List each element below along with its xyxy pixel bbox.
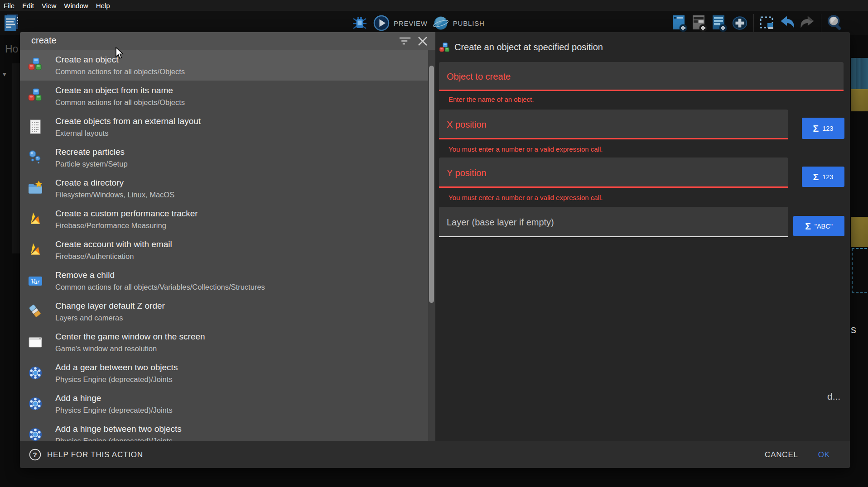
window-icon (27, 334, 43, 350)
filter-icon[interactable] (399, 35, 411, 47)
variable-icon: Var (27, 272, 43, 289)
action-list-item[interactable]: Var Remove a child Common actions for al… (20, 265, 435, 296)
action-title: Add a hinge (55, 393, 173, 403)
layer-field-label: Layer (base layer if empty) (447, 217, 554, 227)
tab-home[interactable]: Ho (5, 43, 18, 55)
action-list-item[interactable]: Create a directory Filesystem/Windows, L… (20, 173, 435, 204)
action-title: Recreate particles (55, 147, 128, 157)
redo-icon[interactable] (799, 14, 816, 32)
action-list-item[interactable]: Recreate particles Particle system/Setup (20, 142, 435, 173)
undo-icon[interactable] (779, 14, 796, 32)
preview-label: PREVIEW (394, 19, 428, 27)
firebase-icon (27, 242, 43, 258)
debug-icon[interactable] (351, 14, 368, 32)
x-expression-button[interactable]: Σ 123 (802, 118, 844, 139)
menu-help[interactable]: Help (96, 2, 110, 10)
x-field-label: X position (447, 119, 487, 130)
action-list-item[interactable]: Create a custom performance tracker Fire… (20, 204, 435, 234)
action-list-item[interactable]: Add a hinge between two objects Physics … (20, 419, 435, 441)
action-results-list: Create an object Common actions for all … (20, 50, 435, 441)
search-bar: create (20, 32, 435, 50)
zoom-search-icon[interactable] (826, 14, 844, 32)
menu-bar: FileEditViewWindowHelp (0, 0, 868, 11)
background-text-fragment: s (851, 323, 856, 336)
ok-button[interactable]: OK (818, 450, 830, 459)
layer-field[interactable]: Layer (base layer if empty) (439, 207, 788, 237)
cancel-button[interactable]: CANCEL (765, 450, 798, 459)
list-scrollbar[interactable] (428, 50, 435, 441)
action-list-item[interactable]: Create an object Common actions for all … (20, 50, 435, 81)
svg-text:Var: Var (31, 278, 40, 285)
menu-view[interactable]: View (42, 2, 56, 10)
layers-icon (27, 303, 43, 320)
action-group: Particle system/Setup (55, 159, 128, 168)
action-title: Create objects from an external layout (55, 116, 201, 126)
document-icon (27, 119, 43, 135)
action-group: External layouts (55, 129, 201, 138)
preview-button[interactable]: PREVIEW (373, 14, 428, 32)
app-menu-icon[interactable] (3, 14, 20, 32)
dropdown-caret-icon[interactable]: ▾ (3, 70, 6, 78)
action-list-item[interactable]: Add a gear between two objects Physics E… (20, 358, 435, 388)
action-group: Physics Engine (deprecated)/Joints (55, 375, 178, 384)
add-scene-icon[interactable] (671, 14, 689, 32)
scrollbar-thumb[interactable] (429, 66, 434, 303)
action-list-item[interactable]: Create account with with email Firebase/… (20, 234, 435, 265)
action-list-item[interactable]: Create an object from its name Common ac… (20, 81, 435, 111)
action-title: Create account with with email (55, 239, 172, 249)
toolbar: PREVIEW PUBLISH (0, 11, 868, 35)
menu-edit[interactable]: Edit (22, 2, 34, 10)
action-list-item[interactable]: Center the game window on the screen Gam… (20, 327, 435, 358)
add-extension-icon[interactable] (731, 14, 748, 32)
firebase-icon (27, 211, 43, 227)
toolbar-divider (821, 14, 821, 32)
background-thumbnail-gold (851, 217, 868, 247)
action-title: Create a directory (55, 178, 174, 188)
close-icon[interactable] (417, 35, 429, 47)
background-thumbnail-gold (851, 89, 868, 111)
action-group: Physics Engine (deprecated)/Joints (55, 436, 182, 442)
y-position-field[interactable]: Y position (439, 158, 788, 188)
x-position-field[interactable]: X position (439, 110, 788, 139)
folder-star-icon (27, 180, 43, 196)
dialog-footer: ? HELP FOR THIS ACTION CANCEL OK (20, 441, 850, 468)
menu-window[interactable]: Window (64, 2, 88, 10)
action-group: Layers and cameras (55, 313, 165, 322)
action-list-item[interactable]: Change layer default Z order Layers and … (20, 296, 435, 327)
field-underline (439, 236, 788, 237)
help-for-action-button[interactable]: ? HELP FOR THIS ACTION (29, 449, 143, 461)
detail-header: Create an object at specified position (435, 32, 850, 59)
publish-label: PUBLISH (453, 19, 485, 27)
action-title: Change layer default Z order (55, 301, 165, 311)
physics-icon (27, 426, 43, 441)
sigma-icon: Σ (805, 221, 811, 231)
add-external-events-icon[interactable] (691, 14, 709, 32)
action-group: Physics Engine (deprecated)/Joints (55, 406, 173, 415)
y-expression-button[interactable]: Σ 123 (802, 167, 844, 187)
deselect-icon[interactable] (759, 14, 776, 32)
publish-button[interactable]: PUBLISH (432, 14, 485, 32)
detail-title: Create an object at specified position (454, 42, 603, 53)
menu-file[interactable]: File (4, 2, 14, 10)
layer-expression-button[interactable]: Σ "ABC" (793, 216, 844, 236)
screen: FileEditViewWindowHelp PREVIEW PUBLISH H… (0, 0, 868, 487)
search-input[interactable]: create (31, 35, 57, 46)
y-field-error: You must enter a number or a valid expre… (448, 194, 603, 201)
particles-icon (27, 149, 43, 166)
object-to-create-field[interactable]: Object to create (439, 62, 844, 91)
action-list-item[interactable]: Add a hinge Physics Engine (deprecated)/… (20, 388, 435, 419)
preview-play-icon (373, 14, 390, 32)
background-text-fragment: d... (827, 391, 840, 402)
add-external-layout-icon[interactable] (711, 14, 728, 32)
svg-text:?: ? (33, 451, 38, 458)
action-group: Filesystem/Windows, Linux, MacOS (55, 190, 174, 199)
action-list-item[interactable]: Create objects from an external layout E… (20, 111, 435, 142)
publish-globe-icon (432, 14, 449, 32)
toolbar-divider (753, 14, 754, 32)
field-underline (439, 138, 788, 139)
field-underline (439, 186, 788, 188)
instruction-editor-dialog: create Create an object Common actions f… (20, 32, 850, 468)
action-title: Add a gear between two objects (55, 363, 178, 372)
action-title: Create an object from its name (55, 86, 185, 95)
action-title: Create a custom performance tracker (55, 209, 198, 219)
